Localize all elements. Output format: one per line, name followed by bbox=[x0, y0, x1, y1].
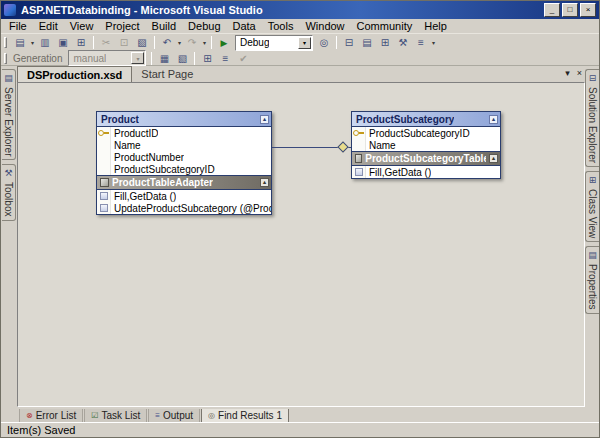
query-method-icon bbox=[355, 168, 363, 176]
collapse-toggle-icon[interactable]: ▴ bbox=[260, 115, 269, 124]
toolbar-grip[interactable] bbox=[4, 53, 7, 64]
paste-icon[interactable]: ▧ bbox=[133, 35, 151, 50]
document-tab-strip: DSProduction.xsd Start Page ▾ × bbox=[17, 66, 585, 82]
method-row-fill-getdata[interactable]: Fill,GetData () bbox=[97, 190, 271, 202]
menu-community[interactable]: Community bbox=[351, 19, 419, 33]
toolbar-separator bbox=[151, 52, 152, 65]
find-results-icon: ◎ bbox=[208, 411, 215, 421]
properties-window-icon[interactable]: ▤ bbox=[358, 35, 376, 50]
menu-tools[interactable]: Tools bbox=[262, 19, 300, 33]
tab-start-page[interactable]: Start Page bbox=[132, 66, 202, 82]
generation-combo[interactable]: manual ▾ bbox=[68, 50, 146, 66]
minimize-button[interactable]: _ bbox=[544, 3, 560, 17]
close-document-icon[interactable]: × bbox=[577, 67, 582, 79]
redo-icon[interactable]: ↷ bbox=[183, 35, 201, 50]
solution-explorer-icon[interactable]: ⊟ bbox=[340, 35, 358, 50]
debug-configuration-combo[interactable]: Debug ▾ bbox=[235, 35, 313, 51]
active-files-dropdown-icon[interactable]: ▾ bbox=[565, 67, 570, 79]
sidebar-tab-properties[interactable]: ▤ Properties bbox=[585, 246, 599, 314]
column-row-name[interactable]: Name bbox=[352, 139, 500, 151]
query-method-icon bbox=[100, 204, 108, 212]
collapse-toggle-icon[interactable]: ▴ bbox=[260, 178, 269, 187]
menu-file[interactable]: File bbox=[3, 19, 33, 33]
menu-build[interactable]: Build bbox=[146, 19, 182, 33]
edit-relation-icon[interactable]: ≡ bbox=[216, 51, 234, 66]
task-list-icon: ☑ bbox=[91, 411, 98, 421]
edit-key-icon[interactable]: ⊞ bbox=[198, 51, 216, 66]
cut-icon[interactable]: ✂ bbox=[97, 35, 115, 50]
sidebar-tab-server-explorer[interactable]: ▤ Server Explorer bbox=[2, 69, 16, 160]
status-bar: Item(s) Saved bbox=[1, 422, 599, 437]
vs-window: ASP.NETDatabinding - Microsoft Visual St… bbox=[0, 0, 600, 438]
standard-toolbar: ▤ ▾ ▥ ▣ ⊞ ✂ ⊡ ▧ ↶ ▾ ↷ ▾ ▶ Debug ▾ ◎ ⊟ ▤ … bbox=[1, 34, 599, 51]
column-row-productid[interactable]: ProductID bbox=[97, 127, 271, 139]
toolbox-icon[interactable]: ⚒ bbox=[394, 35, 412, 50]
toolbar-grip[interactable] bbox=[4, 37, 7, 48]
collapse-toggle-icon[interactable]: ▴ bbox=[489, 154, 498, 163]
start-debug-icon[interactable]: ▶ bbox=[215, 35, 233, 50]
collapse-toggle-icon[interactable]: ▴ bbox=[489, 115, 498, 124]
maximize-button[interactable]: □ bbox=[562, 3, 578, 17]
validate-schema-icon[interactable]: ✔ bbox=[234, 51, 252, 66]
object-browser-icon[interactable]: ⊞ bbox=[376, 35, 394, 50]
table-adapter-icon bbox=[100, 178, 109, 187]
sidebar-tab-solution-explorer[interactable]: ⊟ Solution Explorer bbox=[585, 69, 599, 167]
primary-key-icon bbox=[353, 129, 364, 137]
adapter-header-productsubcategorytableadapter[interactable]: ProductSubcategoryTableAdapter ▴ bbox=[352, 151, 500, 166]
menu-debug[interactable]: Debug bbox=[182, 19, 226, 33]
method-row-updateproductsubcategory[interactable]: UpdateProductSubcategory (@ProductSubcat… bbox=[97, 202, 271, 214]
open-file-icon[interactable]: ▥ bbox=[36, 35, 54, 50]
column-row-name[interactable]: Name bbox=[97, 139, 271, 151]
chevron-down-icon[interactable]: ▾ bbox=[298, 37, 311, 49]
column-row-productsubcategoryid[interactable]: ProductSubcategoryID bbox=[352, 127, 500, 139]
undo-icon[interactable]: ↶ bbox=[158, 35, 176, 50]
preview-data-icon[interactable]: ▧ bbox=[173, 51, 191, 66]
column-row-productsubcategoryid[interactable]: ProductSubcategoryID bbox=[97, 163, 271, 175]
tab-dsproduction-xsd[interactable]: DSProduction.xsd bbox=[17, 66, 132, 82]
menu-help[interactable]: Help bbox=[418, 19, 453, 33]
column-row-productnumber[interactable]: ProductNumber bbox=[97, 151, 271, 163]
copy-icon[interactable]: ⊡ bbox=[115, 35, 133, 50]
toolbar-options-chevron-icon[interactable]: ▾ bbox=[430, 39, 437, 46]
close-button[interactable]: × bbox=[580, 3, 596, 17]
left-tool-strip: ▤ Server Explorer ⚒ Toolbox bbox=[1, 66, 17, 422]
window-controls: _ □ × bbox=[544, 3, 596, 17]
dataset-toolbar: Generation manual ▾ ▦ ▧ ⊞ ≡ ✔ bbox=[1, 51, 599, 66]
dataset-design-surface[interactable]: Product ▴ ProductID Name ProductNumber P… bbox=[17, 82, 585, 407]
sidebar-tab-class-view[interactable]: ⊞ Class View bbox=[585, 171, 599, 242]
vs-app-icon bbox=[4, 4, 16, 16]
generate-dataset-icon[interactable]: ▦ bbox=[155, 51, 173, 66]
menu-bar: File Edit View Project Build Debug Data … bbox=[1, 19, 599, 34]
menu-window[interactable]: Window bbox=[299, 19, 350, 33]
tab-output[interactable]: ≡ Output bbox=[148, 409, 200, 423]
tab-task-list[interactable]: ☑ Task List bbox=[84, 409, 147, 423]
chevron-down-icon[interactable]: ▾ bbox=[29, 39, 36, 46]
title-bar[interactable]: ASP.NETDatabinding - Microsoft Visual St… bbox=[1, 1, 599, 19]
dataset-table-product: Product ▴ ProductID Name ProductNumber P… bbox=[96, 111, 272, 215]
save-all-icon[interactable]: ⊞ bbox=[72, 35, 90, 50]
adapter-header-producttableadapter[interactable]: ProductTableAdapter ▴ bbox=[97, 175, 271, 190]
chevron-down-icon[interactable]: ▾ bbox=[176, 39, 183, 46]
find-icon[interactable]: ◎ bbox=[315, 35, 333, 50]
menu-data[interactable]: Data bbox=[227, 19, 262, 33]
window-title: ASP.NETDatabinding - Microsoft Visual St… bbox=[21, 4, 263, 16]
chevron-down-icon[interactable]: ▾ bbox=[131, 52, 144, 64]
table-header-product[interactable]: Product ▴ bbox=[97, 112, 271, 127]
new-project-icon[interactable]: ▤ bbox=[11, 35, 29, 50]
menu-view[interactable]: View bbox=[64, 19, 100, 33]
generation-label: Generation bbox=[13, 53, 62, 64]
output-icon: ≡ bbox=[155, 411, 160, 421]
chevron-down-icon[interactable]: ▾ bbox=[201, 39, 208, 46]
table-header-productsubcategory[interactable]: ProductSubcategory ▴ bbox=[352, 112, 500, 127]
toolbar-separator bbox=[154, 36, 155, 49]
status-message: Item(s) Saved bbox=[7, 424, 75, 436]
method-row-fill-getdata[interactable]: Fill,GetData () bbox=[352, 166, 500, 178]
tab-error-list[interactable]: ⊗ Error List bbox=[19, 409, 83, 423]
toolbar-separator bbox=[211, 36, 212, 49]
save-icon[interactable]: ▣ bbox=[54, 35, 72, 50]
command-window-icon[interactable]: ≡ bbox=[412, 35, 430, 50]
sidebar-tab-toolbox[interactable]: ⚒ Toolbox bbox=[2, 164, 16, 220]
menu-edit[interactable]: Edit bbox=[33, 19, 64, 33]
tab-find-results-1[interactable]: ◎ Find Results 1 bbox=[201, 409, 289, 423]
menu-project[interactable]: Project bbox=[99, 19, 145, 33]
